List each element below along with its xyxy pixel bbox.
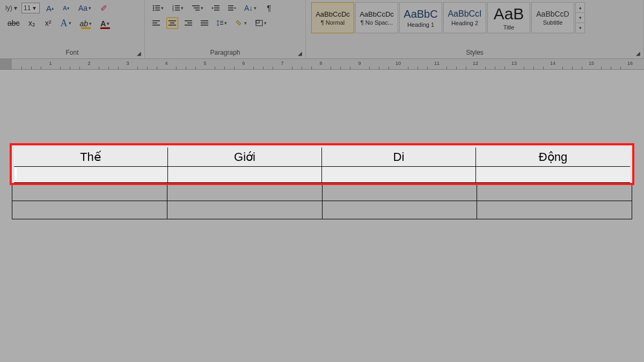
styles-gallery[interactable]: AaBbCcDc ¶ Normal AaBbCcDc ¶ No Spac... …: [311, 2, 638, 33]
svg-marker-18: [212, 7, 214, 9]
svg-rect-23: [152, 20, 160, 21]
horizontal-ruler[interactable]: 12345678910111213141516: [0, 59, 644, 70]
table-cell[interactable]: [12, 183, 167, 201]
ribbon: ly) ▾ 11 ▾ A▴ A▾ Aa ✐ abc x₂ x² A ab A: [0, 0, 644, 59]
ruler-number: 13: [511, 61, 517, 66]
paragraph-dialog-launcher[interactable]: ◢: [297, 50, 303, 56]
superscript-button[interactable]: x²: [42, 17, 54, 29]
table-cell[interactable]: [477, 201, 632, 219]
styles-scroll-down[interactable]: ▾: [576, 13, 584, 23]
ruler-number: 4: [165, 61, 167, 66]
ruler-number: 2: [87, 61, 90, 66]
style-normal[interactable]: AaBbCcDc ¶ Normal: [311, 2, 354, 33]
table-cell[interactable]: [477, 183, 632, 201]
ruler-number: 1: [49, 61, 52, 66]
table-cell[interactable]: [167, 165, 322, 183]
increase-indent-button[interactable]: [226, 2, 238, 14]
ruler-number: 16: [627, 61, 633, 66]
svg-rect-27: [170, 23, 174, 24]
style-heading-1[interactable]: AaBbC Heading 1: [399, 2, 442, 33]
svg-rect-25: [152, 25, 160, 26]
font-group-label: Font: [5, 48, 139, 57]
table-cell[interactable]: Giới: [167, 145, 322, 165]
highlight-color-swatch: [81, 27, 91, 29]
styles-scroll[interactable]: ▴ ▾ ▾: [575, 2, 585, 33]
styles-dialog-launcher[interactable]: ◢: [635, 50, 641, 56]
svg-rect-3: [155, 8, 160, 9]
numbering-button[interactable]: 123: [170, 2, 186, 14]
svg-marker-22: [234, 7, 236, 9]
styles-scroll-up[interactable]: ▴: [576, 3, 584, 13]
svg-rect-31: [185, 25, 192, 26]
svg-rect-20: [228, 8, 233, 9]
ruler-number: 9: [358, 61, 361, 66]
shrink-font-button[interactable]: A▾: [60, 2, 72, 14]
table-cell[interactable]: Thế: [12, 145, 167, 165]
table-cell[interactable]: [12, 165, 167, 183]
style-no-spacing[interactable]: AaBbCcDc ¶ No Spac...: [355, 2, 398, 33]
svg-rect-11: [175, 10, 180, 11]
table-cell[interactable]: [167, 183, 322, 201]
svg-rect-12: [192, 5, 200, 6]
ruler-number: 11: [434, 61, 440, 66]
svg-rect-24: [152, 23, 157, 24]
font-family-cut: ly) ▾: [5, 4, 17, 12]
sort-button[interactable]: A↓: [242, 2, 259, 14]
change-case-button[interactable]: Aa: [76, 2, 93, 14]
font-color-swatch: [100, 27, 110, 29]
svg-rect-14: [195, 10, 200, 11]
ribbon-group-paragraph: 123 A↓ ¶: [145, 0, 306, 58]
table-row[interactable]: [12, 183, 632, 201]
clear-format-button[interactable]: ✐: [98, 2, 109, 14]
document-area[interactable]: Thế Giới Di Động: [0, 70, 644, 362]
style-heading-2[interactable]: AaBbCcI Heading 2: [443, 2, 486, 33]
table-cell[interactable]: [12, 201, 167, 219]
shading-button[interactable]: [233, 17, 249, 29]
show-marks-button[interactable]: ¶: [263, 2, 275, 14]
svg-rect-17: [214, 10, 219, 11]
table-cell[interactable]: [477, 165, 632, 183]
line-spacing-button[interactable]: [215, 17, 229, 29]
subscript-button[interactable]: x₂: [26, 17, 38, 29]
justify-button[interactable]: [199, 17, 210, 29]
svg-rect-28: [169, 25, 176, 26]
svg-rect-36: [220, 23, 223, 23]
svg-rect-35: [220, 21, 223, 21]
font-size-input[interactable]: 11 ▾: [21, 3, 40, 13]
decrease-indent-button[interactable]: [210, 2, 222, 14]
svg-rect-29: [185, 20, 192, 21]
multilevel-button[interactable]: [190, 2, 206, 14]
align-right-button[interactable]: [182, 17, 194, 29]
bullets-button[interactable]: [150, 2, 166, 14]
table-cell[interactable]: [167, 201, 322, 219]
svg-rect-26: [169, 20, 176, 21]
borders-button[interactable]: [253, 17, 269, 29]
table-cell[interactable]: [322, 165, 477, 183]
align-left-button[interactable]: [150, 17, 162, 29]
table-row[interactable]: [12, 201, 632, 219]
svg-rect-32: [201, 20, 208, 21]
style-subtitle[interactable]: AaBbCcD Subtitle: [531, 2, 574, 33]
font-dialog-launcher[interactable]: ◢: [136, 50, 142, 56]
document-page[interactable]: Thế Giới Di Động: [0, 70, 644, 362]
svg-rect-5: [155, 10, 160, 11]
ruler-number: 14: [550, 61, 555, 66]
table-row[interactable]: [12, 165, 632, 183]
svg-rect-1: [155, 5, 160, 6]
style-title[interactable]: AaB Title: [487, 2, 530, 33]
align-center-button[interactable]: [166, 17, 178, 29]
table-cell[interactable]: Di: [322, 145, 477, 165]
word-table[interactable]: Thế Giới Di Động: [12, 145, 632, 219]
table-row[interactable]: Thế Giới Di Động: [12, 145, 632, 165]
strike-button[interactable]: abc: [5, 17, 22, 29]
svg-rect-19: [228, 5, 233, 6]
grow-font-button[interactable]: A▴: [44, 2, 56, 14]
ruler-number: 15: [589, 61, 594, 66]
svg-rect-30: [187, 23, 192, 24]
table-cell[interactable]: [322, 201, 477, 219]
text-effects-button[interactable]: A: [58, 17, 74, 29]
ribbon-group-styles: AaBbCcDc ¶ Normal AaBbCcDc ¶ No Spac... …: [306, 0, 644, 58]
styles-expand[interactable]: ▾: [576, 23, 584, 33]
table-cell[interactable]: Động: [477, 145, 632, 165]
table-cell[interactable]: [322, 183, 477, 201]
